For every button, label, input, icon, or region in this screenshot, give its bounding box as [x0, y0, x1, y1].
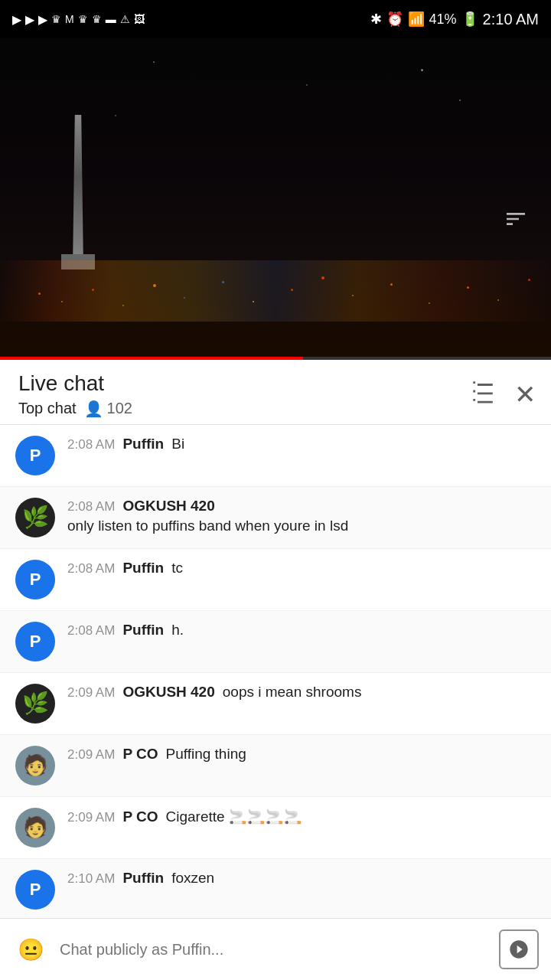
status-icons-left: ▶ ▶ ▶ ♛ M ♛ ♛ ▬ ⚠ 🖼	[12, 12, 145, 27]
message-author: Puffin	[122, 622, 164, 639]
message-time: 2:09 AM	[67, 810, 115, 825]
message-meta: 2:09 AM P CO Puffing thing	[67, 746, 536, 763]
message-author: P CO	[122, 808, 158, 825]
status-bar: ▶ ▶ ▶ ♛ M ♛ ♛ ▬ ⚠ 🖼 ✱ ⏰ 📶 41% 🔋 2:10 AM	[0, 0, 551, 38]
message-meta: 2:08 AM Puffin Bi	[67, 436, 536, 452]
city-lights	[15, 249, 536, 318]
message-author: Puffin	[122, 870, 164, 887]
viewer-count: 👤 102	[84, 400, 132, 418]
send-button[interactable]	[499, 929, 539, 969]
chat-message: P 2:08 AM Puffin tc	[0, 549, 551, 611]
message-time: 2:09 AM	[67, 685, 115, 701]
avatar: 🌿	[15, 684, 55, 724]
message-meta: 2:08 AM OGKUSH 420	[67, 498, 536, 514]
chat-input[interactable]	[60, 941, 488, 959]
chat-header-actions: ✕	[470, 378, 536, 410]
message-text: foxzen	[171, 870, 214, 887]
chat-message: P 2:08 AM Puffin h.	[0, 611, 551, 673]
viewer-icon: 👤	[84, 400, 103, 418]
avatar: P	[15, 436, 55, 475]
video-progress-fill	[0, 357, 303, 360]
message-time: 2:08 AM	[67, 437, 115, 452]
status-icons-right: ✱ ⏰ 📶 41% 🔋 2:10 AM	[370, 11, 539, 28]
chat-header: Live chat Top chat 👤 102 ✕	[0, 360, 551, 425]
message-time: 2:08 AM	[67, 561, 115, 577]
message-time: 2:10 AM	[67, 871, 115, 887]
video-progress-bar[interactable]	[0, 357, 551, 360]
filter-icon[interactable]	[470, 378, 496, 410]
message-meta: 2:10 AM Puffin foxzen	[67, 870, 536, 887]
message-text: oops i mean shrooms	[223, 684, 362, 701]
avatar: P	[15, 870, 55, 910]
message-author: Puffin	[122, 560, 164, 577]
video-settings-icon[interactable]	[504, 207, 528, 237]
top-chat-label[interactable]: Top chat	[18, 400, 77, 417]
message-meta: 2:09 AM OGKUSH 420 oops i mean shrooms	[67, 684, 536, 701]
battery-level: 41%	[429, 11, 457, 28]
message-content: 2:09 AM P CO Cigarette 🚬🚬🚬🚬	[67, 808, 536, 827]
status-time: 2:10 AM	[483, 11, 539, 28]
message-time: 2:09 AM	[67, 747, 115, 763]
message-text: Bi	[171, 436, 184, 452]
message-meta: 2:08 AM Puffin tc	[67, 560, 536, 577]
avatar: 🧑	[15, 746, 55, 786]
message-text: h.	[171, 622, 184, 639]
message-content: 2:09 AM P CO Puffing thing	[67, 746, 536, 764]
message-author: OGKUSH 420	[122, 684, 214, 701]
message-content: 2:08 AM Puffin Bi	[67, 436, 536, 454]
close-button[interactable]: ✕	[514, 379, 536, 410]
message-content: 2:08 AM OGKUSH 420 only listen to puffin…	[67, 498, 536, 537]
avatar: 🌿	[15, 498, 55, 537]
chat-message: P 2:08 AM Puffin Bi	[0, 425, 551, 487]
chat-message: 🌿 2:08 AM OGKUSH 420 only listen to puff…	[0, 487, 551, 549]
chat-header-left: Live chat Top chat 👤 102	[18, 371, 132, 418]
message-meta: 2:08 AM Puffin h.	[67, 622, 536, 639]
message-text: Cigarette 🚬🚬🚬🚬	[165, 808, 302, 825]
chat-message: 🌿 2:09 AM OGKUSH 420 oops i mean shrooms	[0, 673, 551, 735]
message-content: 2:08 AM Puffin h.	[67, 622, 536, 640]
top-chat-row: Top chat 👤 102	[18, 400, 132, 418]
chat-message: 🧑 2:09 AM P CO Puffing thing	[0, 735, 551, 797]
message-text: tc	[171, 560, 183, 577]
message-text: only listen to puffins band when youre i…	[67, 516, 536, 537]
message-content: 2:09 AM OGKUSH 420 oops i mean shrooms	[67, 684, 536, 702]
video-player[interactable]	[0, 38, 551, 360]
chat-panel: Live chat Top chat 👤 102 ✕ P	[0, 360, 551, 980]
message-author: OGKUSH 420	[122, 498, 214, 514]
message-author: Puffin	[122, 436, 164, 452]
chat-input-bar: 😐	[0, 918, 551, 980]
avatar: P	[15, 622, 55, 662]
message-content: 2:08 AM Puffin tc	[67, 560, 536, 578]
message-content: 2:10 AM Puffin foxzen	[67, 870, 536, 888]
message-time: 2:08 AM	[67, 499, 115, 514]
message-author: P CO	[122, 746, 158, 763]
chat-message: P 2:10 AM Puffin foxzen	[0, 859, 551, 921]
avatar: 🧑	[15, 808, 55, 848]
message-time: 2:08 AM	[67, 623, 115, 639]
chat-message: 🧑 2:09 AM P CO Cigarette 🚬🚬🚬🚬	[0, 797, 551, 859]
viewer-count-number: 102	[107, 400, 132, 417]
chat-messages: P 2:08 AM Puffin Bi 🌿 2:08 AM OGKUSH 420…	[0, 425, 551, 921]
live-chat-title: Live chat	[18, 371, 132, 397]
message-text: Puffing thing	[165, 746, 246, 763]
emoji-button[interactable]: 😐	[12, 931, 49, 968]
avatar: P	[15, 560, 55, 599]
message-meta: 2:09 AM P CO Cigarette 🚬🚬🚬🚬	[67, 808, 536, 825]
